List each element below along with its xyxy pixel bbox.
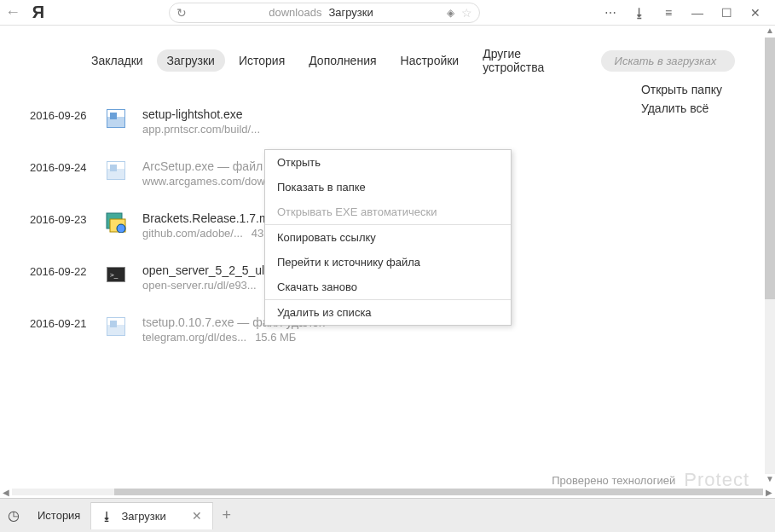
titlebar: ← Я ↻ downloads Загрузки ◈ ☆ ⋯ ⭳ ≡ — ☐ ✕: [0, 0, 775, 26]
scroll-left-icon[interactable]: ◀: [0, 488, 12, 497]
verified-label: Проверено технологией: [552, 474, 675, 487]
address-prefix: downloads: [269, 6, 321, 19]
download-icon: ⭳: [101, 510, 113, 523]
ctx-open[interactable]: Открыть: [265, 150, 511, 175]
delete-all-link[interactable]: Удалить всё: [641, 99, 722, 118]
tab-downloads[interactable]: ⭳ Загрузки ✕: [91, 502, 212, 529]
open-folder-link[interactable]: Открыть папку: [641, 80, 722, 99]
downloads-icon[interactable]: ⭳: [627, 0, 652, 26]
shield-icon[interactable]: ◈: [447, 7, 454, 19]
ctx-redownload[interactable]: Скачать заново: [265, 275, 511, 299]
scroll-thumb[interactable]: [765, 38, 775, 299]
download-source: github.com/adobe/...: [142, 227, 243, 240]
clock-icon[interactable]: ◷: [0, 507, 27, 523]
nav-other-devices[interactable]: Другие устройства: [472, 43, 593, 78]
file-icon: [105, 159, 127, 182]
svg-point-2: [117, 224, 125, 233]
new-tab-button[interactable]: +: [213, 506, 240, 524]
tab-label: Загрузки: [121, 510, 165, 523]
more-icon[interactable]: ⋯: [598, 0, 623, 26]
nav-history[interactable]: История: [228, 49, 295, 72]
nav-downloads[interactable]: Загрузки: [157, 49, 225, 72]
minimize-button[interactable]: —: [685, 0, 710, 26]
console-icon: [105, 263, 127, 286]
bookmark-star-icon[interactable]: ☆: [461, 6, 472, 20]
vertical-scrollbar[interactable]: ▲ ▼: [765, 26, 775, 486]
nav-addons[interactable]: Дополнения: [298, 49, 386, 72]
download-date: 2016-09-24: [30, 159, 90, 174]
content-area: Закладки Загрузки История Дополнения Нас…: [0, 26, 765, 498]
side-actions: Открыть папку Удалить всё: [641, 80, 722, 118]
scroll-thumb[interactable]: [114, 489, 763, 495]
download-source: telegram.org/dl/des...: [142, 331, 246, 344]
download-date: 2016-09-22: [30, 263, 90, 278]
download-date: 2016-09-21: [30, 315, 90, 330]
menu-icon[interactable]: ≡: [656, 0, 681, 26]
download-date: 2016-09-26: [30, 107, 90, 122]
file-icon: [105, 107, 127, 130]
ctx-remove-from-list[interactable]: Удалить из списка: [265, 300, 511, 325]
scroll-up-icon[interactable]: ▲: [765, 26, 775, 38]
brackets-icon: [105, 211, 127, 234]
ctx-show-in-folder[interactable]: Показать в папке: [265, 175, 511, 200]
download-row[interactable]: 2016-09-26 setup-lightshot.exe app.prnts…: [30, 95, 735, 147]
address-bar[interactable]: ↻ downloads Загрузки ◈ ☆: [169, 3, 479, 23]
download-source: open-server.ru/dl/e93...: [142, 279, 257, 292]
file-icon: [105, 315, 127, 338]
tab-history[interactable]: История: [27, 502, 91, 529]
scroll-down-icon[interactable]: ▼: [765, 474, 775, 486]
download-source: app.prntscr.com/build/...: [142, 123, 260, 136]
tab-close-icon[interactable]: ✕: [192, 509, 202, 523]
download-source: www.arcgames.com/dow...: [142, 175, 274, 188]
download-date: 2016-09-23: [30, 211, 90, 226]
tab-label: История: [38, 509, 80, 522]
back-button[interactable]: ←: [0, 3, 26, 21]
nav-settings[interactable]: Настройки: [390, 49, 470, 72]
download-size: 15.6 МБ: [255, 331, 296, 344]
yandex-logo[interactable]: Я: [26, 3, 51, 22]
ctx-auto-open-exe: Открывать EXE автоматически: [265, 200, 511, 224]
scroll-right-icon[interactable]: ▶: [763, 488, 775, 497]
ctx-copy-link[interactable]: Копировать ссылку: [265, 225, 511, 250]
maximize-button[interactable]: ☐: [714, 0, 739, 26]
nav-bookmarks[interactable]: Закладки: [81, 49, 153, 72]
close-button[interactable]: ✕: [743, 0, 768, 26]
bottom-tabbar: ◷ История ⭳ Загрузки ✕ +: [0, 498, 775, 532]
horizontal-scrollbar[interactable]: ◀ ▶: [0, 486, 775, 498]
reload-icon[interactable]: ↻: [176, 6, 187, 20]
context-menu: Открыть Показать в папке Открывать EXE а…: [264, 149, 512, 326]
search-input[interactable]: Искать в загрузках: [601, 50, 735, 72]
address-title: Загрузки: [328, 6, 373, 19]
ctx-go-to-source[interactable]: Перейти к источнику файла: [265, 250, 511, 275]
